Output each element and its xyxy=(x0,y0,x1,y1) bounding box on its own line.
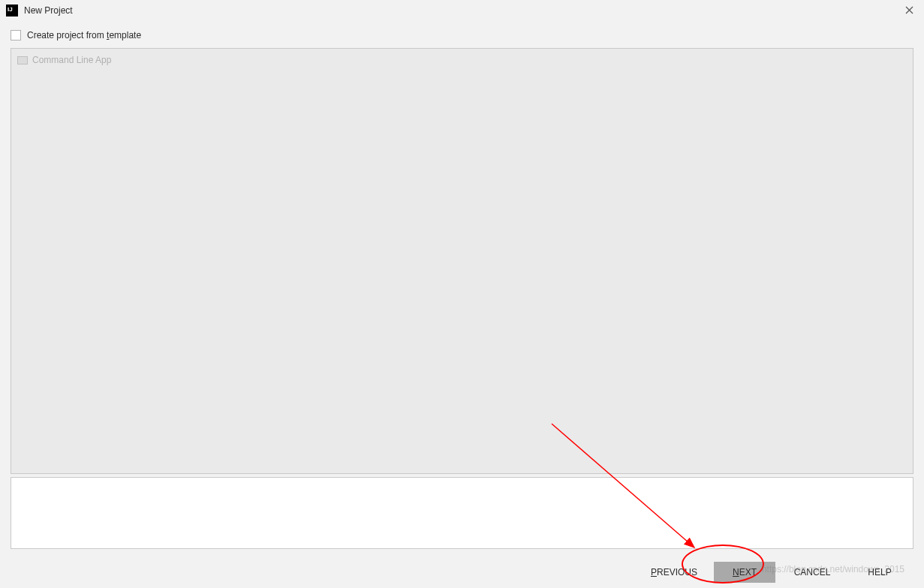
template-item-label: Command Line App xyxy=(32,55,111,65)
previous-mnemonic: P xyxy=(651,567,657,578)
next-rest: EXT xyxy=(739,567,757,578)
label-prefix: Create project from xyxy=(27,30,107,40)
content-area: Create project from template Command Lin… xyxy=(0,21,924,549)
previous-button[interactable]: PREVIOUS xyxy=(640,562,708,583)
cancel-label: CANCEL xyxy=(794,567,831,578)
previous-rest: REVIOUS xyxy=(657,567,697,578)
template-checkbox[interactable] xyxy=(11,30,21,40)
cancel-button[interactable]: CANCEL xyxy=(781,562,843,583)
app-icon xyxy=(6,4,18,16)
next-button[interactable]: NEXT xyxy=(714,562,775,583)
console-icon xyxy=(17,56,28,64)
label-suffix: emplate xyxy=(109,30,141,40)
description-panel xyxy=(11,477,913,549)
window-title: New Project xyxy=(24,5,73,16)
titlebar: New Project xyxy=(0,0,924,21)
help-label: HELP xyxy=(868,567,891,578)
close-button[interactable] xyxy=(901,2,916,17)
next-mnemonic: N xyxy=(733,567,739,578)
template-list-panel: Command Line App xyxy=(11,48,913,474)
help-button[interactable]: HELP xyxy=(849,562,910,583)
template-checkbox-row: Create project from template xyxy=(11,30,913,40)
button-bar: PREVIOUS NEXT CANCEL HELP xyxy=(0,556,924,588)
template-checkbox-label[interactable]: Create project from template xyxy=(27,30,141,40)
close-icon xyxy=(905,6,913,14)
template-item-command-line[interactable]: Command Line App xyxy=(17,53,907,67)
